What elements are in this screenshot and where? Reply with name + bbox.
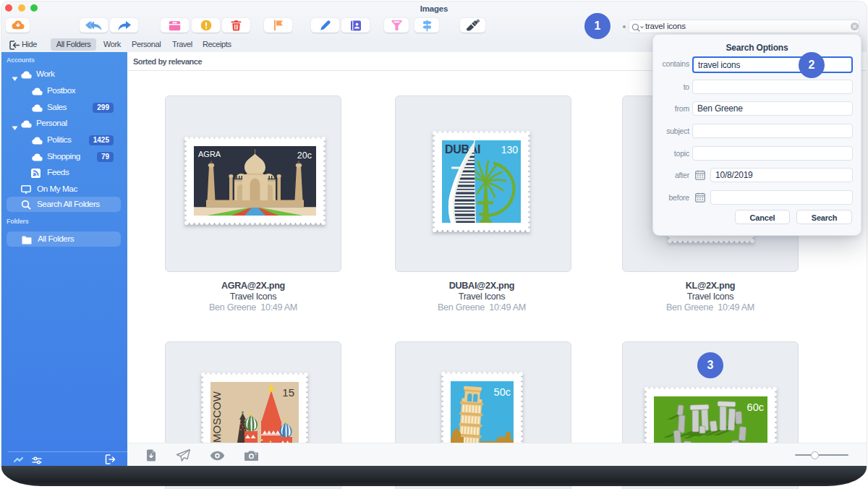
svg-text:AGRA: AGRA [198, 150, 221, 158]
svg-text:50c: 50c [494, 386, 511, 398]
svg-text:DUBAI: DUBAI [445, 143, 480, 156]
svg-text:15: 15 [282, 386, 294, 399]
svg-text:20c: 20c [297, 150, 312, 161]
svg-text:MOSCOW: MOSCOW [210, 391, 223, 443]
svg-text:60c: 60c [747, 401, 764, 413]
svg-text:130: 130 [501, 144, 519, 156]
